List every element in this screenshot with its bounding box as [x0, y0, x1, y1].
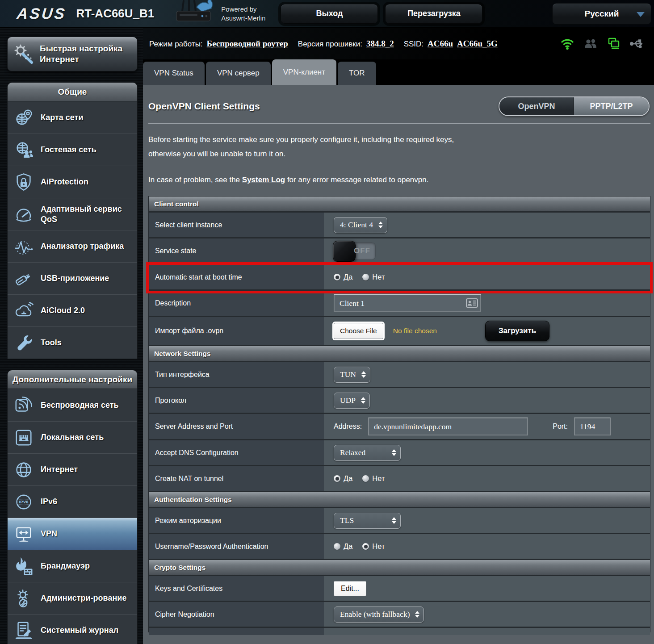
sidebar-item-aiprotection[interactable]: AiProtection — [8, 166, 137, 198]
sidebar-item-aicloud[interactable]: AiCloud 2.0 — [8, 294, 137, 326]
sidebar-item-qos[interactable]: Адаптивный сервис QoS — [8, 198, 137, 230]
wifi-status-icon[interactable] — [560, 38, 574, 50]
service-state-toggle[interactable]: OFF — [334, 242, 376, 260]
nat-tunnel-radio-yes[interactable]: Да — [334, 474, 352, 483]
sidebar-item-label: Администри-рование — [41, 593, 126, 603]
qos-icon — [12, 204, 35, 225]
setting-row-server-address-port: Server Address and PortAddress:Port: — [149, 414, 650, 440]
setting-row-keys-certs: Keys and CertificatesEdit... — [149, 576, 650, 602]
sidebar-item-firewall[interactable]: Брандмауэр — [8, 550, 137, 582]
radio-icon[interactable] — [334, 475, 340, 482]
ssid-2g-link[interactable]: AC66u — [428, 39, 453, 49]
language-select[interactable]: Русский — [552, 3, 651, 25]
setting-label — [149, 628, 324, 635]
radio-icon[interactable] — [334, 274, 340, 280]
network-map-icon — [12, 107, 35, 128]
setting-value: ДаНет — [324, 466, 650, 491]
quick-setup-button[interactable]: Быстрая настройка Интернет — [7, 37, 138, 71]
auth-mode-select[interactable]: TLS — [334, 513, 401, 529]
tools-icon — [12, 333, 35, 353]
devices-status-icon[interactable] — [607, 38, 621, 50]
sidebar-item-tools[interactable]: Tools — [8, 326, 137, 359]
aicloud-icon — [12, 301, 35, 321]
logout-button[interactable]: Выход — [281, 4, 378, 24]
setting-value: ДаНет — [324, 534, 650, 559]
radio-icon[interactable] — [362, 475, 369, 482]
sidebar-item-label: Гостевая сеть — [41, 145, 96, 155]
sidebar-item-label: IPv6 — [41, 497, 57, 507]
select-spinner-icon — [361, 397, 365, 404]
keys-certs-button[interactable]: Edit... — [334, 581, 366, 596]
sidebar-item-internet[interactable]: Интернет — [8, 453, 137, 485]
tab-tor[interactable]: TOR — [338, 62, 376, 85]
tab-vpn-client[interactable]: VPN-клиент — [272, 59, 336, 85]
powered-by-text: Powered by Asuswrt-Merlin — [221, 5, 265, 23]
userpass-auth-radio-group: ДаНет — [334, 542, 394, 551]
tab-vpn-status[interactable]: VPN Status — [143, 62, 205, 85]
sidebar-item-lan[interactable]: Локальная сеть — [8, 421, 137, 453]
setting-row-accept-dns: Accept DNS ConfigurationRelaxed — [149, 440, 650, 466]
client-instance-select[interactable]: 4: Client 4 — [334, 217, 387, 233]
lan-icon — [12, 427, 35, 448]
userpass-auth-radio-no[interactable]: Нет — [362, 542, 385, 551]
content-panel: OpenVPN Client Settings OpenVPN PPTP/L2T… — [143, 85, 654, 644]
sidebar-item-label: Карта сети — [41, 113, 83, 123]
sidebar-item-guest-network[interactable]: Гостевая сеть — [8, 134, 137, 166]
usb-status-icon[interactable] — [630, 38, 645, 50]
sidebar-item-syslog[interactable]: Системный журнал — [8, 614, 137, 644]
interface-type-select[interactable]: TUN — [334, 367, 370, 383]
sidebar-item-label: USB-приложение — [41, 273, 109, 284]
choose-file-button[interactable]: Choose File — [334, 323, 383, 339]
setting-label: Keys and Certificates — [149, 576, 324, 601]
address-label: Address: — [334, 422, 362, 431]
sidebar-item-administration[interactable]: Администри-рование — [8, 582, 137, 614]
protocol-select[interactable]: UDP — [334, 393, 370, 409]
sidebar: Быстрая настройка Интернет ОбщиеКарта се… — [0, 28, 143, 644]
server-port-input[interactable] — [574, 418, 611, 435]
administration-icon — [12, 588, 35, 609]
setting-label: Режим авторизации — [149, 508, 324, 533]
setting-value: Relaxed — [324, 440, 650, 465]
auto-start-radio-group: ДаНет — [334, 273, 394, 281]
server-address-input[interactable] — [368, 418, 528, 435]
sidebar-item-label: Локальная сеть — [41, 432, 104, 443]
chevron-down-icon — [637, 12, 645, 17]
pptp-l2tp-tab-button[interactable]: PPTP/L2TP — [574, 97, 649, 115]
select-spinner-icon — [415, 611, 419, 618]
setting-label: Username/Password Authentication — [149, 534, 324, 559]
radio-icon[interactable] — [362, 543, 369, 550]
clients-status-icon[interactable] — [583, 38, 598, 50]
auto-start-radio-no[interactable]: Нет — [362, 273, 385, 281]
ssid-5g-link[interactable]: AC66u_5G — [457, 39, 498, 49]
toggle-knob[interactable] — [333, 241, 356, 262]
setting-value: 4: Client 4 — [324, 213, 650, 237]
sidebar-item-label: AiProtection — [41, 177, 88, 187]
upload-button[interactable]: Загрузить — [485, 321, 549, 341]
firmware-version-link[interactable]: 384.8_2 — [366, 39, 394, 49]
setting-label: Тип интерфейса — [149, 362, 324, 387]
status-icons — [560, 38, 649, 50]
description-input[interactable] — [334, 294, 481, 312]
accept-dns-select[interactable]: Relaxed — [334, 445, 401, 461]
radio-label: Да — [344, 273, 352, 281]
reboot-button[interactable]: Перезагрузка — [385, 4, 482, 24]
radio-icon[interactable] — [334, 543, 340, 550]
contacts-autofill-icon[interactable] — [466, 298, 478, 309]
sidebar-item-usb-app[interactable]: USB-приложение — [8, 262, 137, 294]
sidebar-item-ipv6[interactable]: IPV6IPv6 — [8, 485, 137, 518]
userpass-auth-radio-yes[interactable]: Да — [334, 542, 352, 551]
cipher-negotiation-select[interactable]: Enable (with fallback) — [334, 606, 424, 623]
auto-start-radio-yes[interactable]: Да — [334, 273, 352, 281]
op-mode-link[interactable]: Беспроводной роутер — [207, 39, 288, 49]
sidebar-item-network-map[interactable]: Карта сети — [8, 101, 137, 134]
tab-vpn-server[interactable]: VPN сервер — [206, 62, 271, 85]
sidebar-item-wireless[interactable]: Беспроводная сеть — [8, 389, 137, 421]
sidebar-item-traffic-analyzer[interactable]: Анализатор трафика — [8, 230, 137, 262]
setting-row-userpass-auth: Username/Password AuthenticationДаНет — [149, 534, 650, 560]
nat-tunnel-radio-no[interactable]: Нет — [362, 474, 385, 483]
radio-icon[interactable] — [362, 274, 369, 280]
openvpn-tab-button[interactable]: OpenVPN — [499, 97, 574, 115]
system-log-link[interactable]: System Log — [242, 176, 285, 184]
sidebar-item-vpn[interactable]: VPN — [8, 518, 137, 550]
title-divider — [148, 123, 650, 124]
